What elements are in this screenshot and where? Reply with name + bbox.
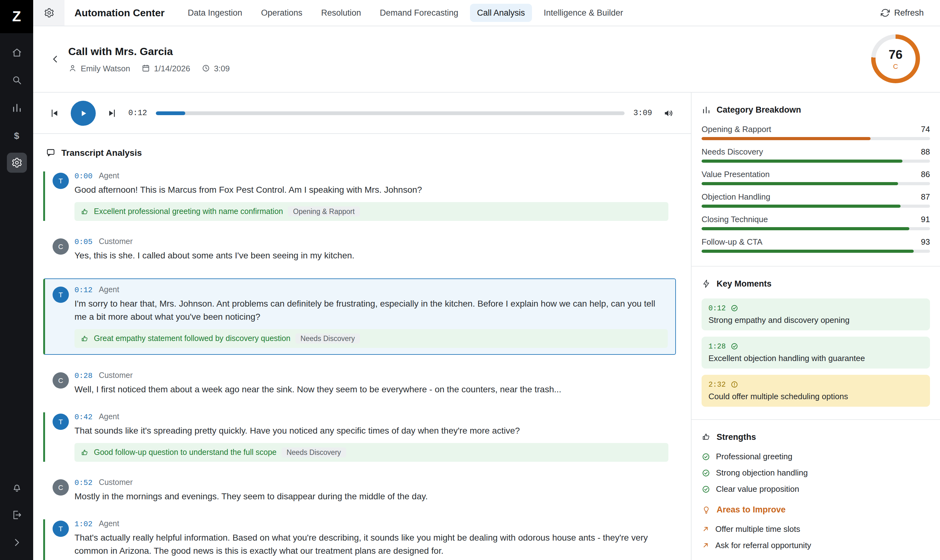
logout-icon[interactable] bbox=[6, 505, 26, 525]
alert-circle-icon bbox=[730, 380, 738, 389]
transcript-message[interactable]: C 0:28 Customer Well, I first noticed th… bbox=[43, 371, 676, 396]
left-rail: Z $ bbox=[0, 0, 33, 560]
category-bar-track bbox=[702, 160, 930, 163]
notifications-bell-icon[interactable] bbox=[6, 477, 26, 497]
app-gear-icon[interactable] bbox=[33, 0, 65, 26]
volume-icon[interactable] bbox=[661, 105, 676, 120]
call-info: Call with Mrs. Garcia Emily Watson 1/14/… bbox=[68, 45, 230, 73]
nav-tabs: Data Ingestion Operations Resolution Dem… bbox=[181, 4, 630, 22]
key-moment-card[interactable]: 0:12 Strong empathy and discovery openin… bbox=[702, 298, 930, 330]
improvement-text: Ask for referral opportunity bbox=[715, 541, 811, 550]
strength-text: Clear value proposition bbox=[716, 484, 799, 494]
strength-text: Strong objection handling bbox=[716, 468, 808, 477]
category-bar-fill bbox=[702, 250, 914, 253]
nav-tab-label: Intelligence & Builder bbox=[544, 8, 623, 17]
category-label: Needs Discovery bbox=[702, 147, 763, 157]
key-moments-section: Key Moments 0:12 Strong empathy and disc… bbox=[692, 266, 940, 420]
refresh-icon bbox=[880, 8, 889, 17]
automation-gear-icon[interactable] bbox=[6, 153, 26, 173]
message-head: 0:28 Customer bbox=[74, 371, 668, 380]
key-moment-text: Excellent objection handling with guaran… bbox=[708, 354, 923, 363]
agent-name: Emily Watson bbox=[81, 63, 130, 73]
message-text: Yes, this is she. I called about some an… bbox=[74, 249, 668, 262]
category-row-top: Opening & Rapport 74 bbox=[702, 125, 930, 134]
lightbulb-icon bbox=[702, 505, 711, 514]
refresh-label: Refresh bbox=[894, 8, 924, 17]
message-body: 1:02 Agent That's actually really helpfu… bbox=[74, 519, 668, 560]
message-role: Agent bbox=[99, 412, 119, 421]
app-title: Automation Center bbox=[74, 7, 165, 18]
thumbs-up-icon bbox=[81, 448, 89, 457]
billing-icon[interactable]: $ bbox=[6, 125, 26, 145]
key-moments-header: Key Moments bbox=[702, 279, 930, 288]
speech-bubble-icon bbox=[46, 148, 56, 158]
brand-logo[interactable]: Z bbox=[0, 0, 33, 33]
areas-to-improve-header: Areas to Improve bbox=[702, 505, 930, 514]
message-timestamp: 0:12 bbox=[74, 286, 92, 295]
play-button[interactable] bbox=[71, 100, 96, 125]
key-moments-list: 0:12 Strong empathy and discovery openin… bbox=[702, 298, 930, 407]
message-annotation: Great empathy statement followed by disc… bbox=[74, 329, 668, 348]
brand-logo-letter: Z bbox=[12, 8, 21, 25]
strength-item: Clear value proposition bbox=[702, 484, 930, 494]
call-header: Call with Mrs. Garcia Emily Watson 1/14/… bbox=[33, 26, 940, 92]
message-role: Customer bbox=[99, 371, 133, 380]
speaker-avatar: C bbox=[52, 372, 69, 389]
score-inner: 76 C bbox=[875, 39, 915, 79]
skip-forward-icon[interactable] bbox=[105, 105, 120, 120]
nav-tab[interactable]: Resolution bbox=[314, 4, 368, 22]
thumbs-up-icon bbox=[81, 208, 89, 215]
home-icon[interactable] bbox=[6, 43, 26, 63]
key-moment-head: 2:32 bbox=[708, 380, 923, 389]
strengths-header: Strengths bbox=[702, 432, 930, 442]
message-head: 0:05 Customer bbox=[74, 237, 668, 246]
skip-back-icon[interactable] bbox=[47, 105, 62, 120]
message-timestamp: 0:00 bbox=[74, 172, 92, 181]
nav-tab[interactable]: Data Ingestion bbox=[181, 4, 249, 22]
message-list: T 0:00 Agent Good afternoon! This is Mar… bbox=[43, 171, 676, 560]
strengths-improvements-section: Strengths Professional greeting Strong o… bbox=[692, 420, 940, 560]
refresh-button[interactable]: Refresh bbox=[880, 8, 940, 17]
strength-item: Strong objection handling bbox=[702, 468, 930, 477]
nav-tab[interactable]: Operations bbox=[254, 4, 309, 22]
analysis-panel: Category Breakdown Opening & Rapport 74 … bbox=[691, 92, 940, 560]
check-circle-icon bbox=[730, 342, 738, 351]
message-annotation: Good follow-up question to understand th… bbox=[74, 443, 668, 462]
main-column: Automation Center Data Ingestion Operati… bbox=[33, 0, 940, 560]
key-moment-card[interactable]: 1:28 Excellent objection handling with g… bbox=[702, 337, 930, 369]
call-date: 1/14/2026 bbox=[154, 63, 190, 73]
category-bar-fill bbox=[702, 160, 902, 163]
transcript-message[interactable]: T 0:00 Agent Good afternoon! This is Mar… bbox=[43, 171, 676, 221]
annotation-category-tag: Needs Discovery bbox=[282, 448, 346, 457]
transcript-message[interactable]: T 0:12 Agent I'm sorry to hear that, Mrs… bbox=[43, 278, 676, 355]
category-row: Needs Discovery 88 bbox=[702, 147, 930, 163]
key-moment-timestamp: 0:12 bbox=[708, 304, 726, 312]
category-label: Value Presentation bbox=[702, 169, 770, 179]
strengths-list: Professional greeting Strong objection h… bbox=[702, 452, 930, 494]
transcript-message[interactable]: T 0:42 Agent That sounds like it's sprea… bbox=[43, 412, 676, 462]
category-breakdown-section: Category Breakdown Opening & Rapport 74 … bbox=[692, 92, 940, 266]
message-timestamp: 0:05 bbox=[74, 238, 92, 246]
nav-tab[interactable]: Demand Forecasting bbox=[373, 4, 465, 22]
search-icon[interactable] bbox=[6, 70, 26, 90]
nav-tab[interactable]: Call Analysis bbox=[470, 4, 532, 22]
category-bar-track bbox=[702, 137, 930, 140]
message-text: Good afternoon! This is Marcus from Fox … bbox=[74, 183, 668, 197]
transcript-message[interactable]: C 0:52 Customer Mostly in the mornings a… bbox=[43, 478, 676, 503]
key-moment-card[interactable]: 2:32 Could offer multiple scheduling opt… bbox=[702, 375, 930, 407]
expand-chevron-icon[interactable] bbox=[6, 532, 26, 552]
category-row: Opening & Rapport 74 bbox=[702, 125, 930, 140]
annotation-text: Good follow-up question to understand th… bbox=[94, 448, 277, 457]
back-button[interactable] bbox=[46, 50, 65, 69]
category-row-top: Needs Discovery 88 bbox=[702, 147, 930, 157]
key-moment-head: 0:12 bbox=[708, 304, 923, 312]
transcript-message[interactable]: C 0:05 Customer Yes, this is she. I call… bbox=[43, 237, 676, 262]
analytics-icon[interactable] bbox=[6, 98, 26, 118]
total-time: 3:09 bbox=[633, 109, 652, 117]
progress-bar[interactable] bbox=[156, 111, 625, 115]
category-score: 88 bbox=[921, 147, 930, 157]
category-row: Objection Handling 87 bbox=[702, 192, 930, 208]
nav-tab[interactable]: Intelligence & Builder bbox=[537, 4, 630, 22]
category-row: Follow-up & CTA 93 bbox=[702, 237, 930, 253]
transcript-message[interactable]: T 1:02 Agent That's actually really help… bbox=[43, 519, 676, 560]
